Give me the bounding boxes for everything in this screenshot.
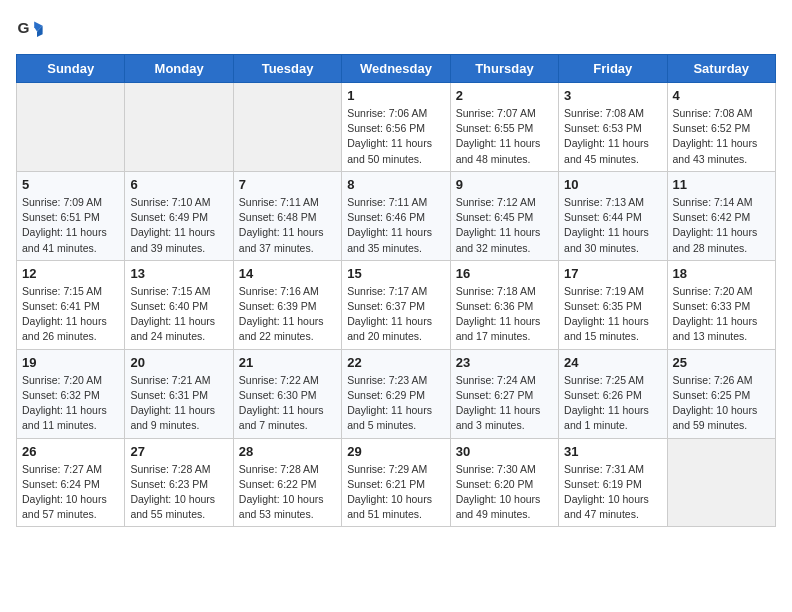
day-info: Sunrise: 7:16 AMSunset: 6:39 PMDaylight:… [239,284,336,345]
day-info: Sunrise: 7:26 AMSunset: 6:25 PMDaylight:… [673,373,770,434]
weekday-header: Sunday [17,55,125,83]
calendar-cell: 15Sunrise: 7:17 AMSunset: 6:37 PMDayligh… [342,260,450,349]
weekday-row: SundayMondayTuesdayWednesdayThursdayFrid… [17,55,776,83]
logo: G [16,16,48,44]
calendar-cell: 30Sunrise: 7:30 AMSunset: 6:20 PMDayligh… [450,438,558,527]
day-number: 23 [456,355,553,370]
calendar-cell: 20Sunrise: 7:21 AMSunset: 6:31 PMDayligh… [125,349,233,438]
calendar-cell [125,83,233,172]
calendar-cell: 5Sunrise: 7:09 AMSunset: 6:51 PMDaylight… [17,171,125,260]
day-number: 18 [673,266,770,281]
weekday-header: Wednesday [342,55,450,83]
day-info: Sunrise: 7:07 AMSunset: 6:55 PMDaylight:… [456,106,553,167]
day-number: 31 [564,444,661,459]
calendar-cell: 29Sunrise: 7:29 AMSunset: 6:21 PMDayligh… [342,438,450,527]
calendar-cell: 18Sunrise: 7:20 AMSunset: 6:33 PMDayligh… [667,260,775,349]
day-info: Sunrise: 7:15 AMSunset: 6:41 PMDaylight:… [22,284,119,345]
weekday-header: Friday [559,55,667,83]
day-number: 8 [347,177,444,192]
calendar-week-row: 1Sunrise: 7:06 AMSunset: 6:56 PMDaylight… [17,83,776,172]
calendar-cell: 17Sunrise: 7:19 AMSunset: 6:35 PMDayligh… [559,260,667,349]
calendar-week-row: 5Sunrise: 7:09 AMSunset: 6:51 PMDaylight… [17,171,776,260]
day-info: Sunrise: 7:15 AMSunset: 6:40 PMDaylight:… [130,284,227,345]
day-number: 3 [564,88,661,103]
day-info: Sunrise: 7:20 AMSunset: 6:32 PMDaylight:… [22,373,119,434]
calendar-cell: 21Sunrise: 7:22 AMSunset: 6:30 PMDayligh… [233,349,341,438]
calendar-cell: 8Sunrise: 7:11 AMSunset: 6:46 PMDaylight… [342,171,450,260]
weekday-header: Thursday [450,55,558,83]
day-info: Sunrise: 7:30 AMSunset: 6:20 PMDaylight:… [456,462,553,523]
calendar-cell [667,438,775,527]
day-number: 30 [456,444,553,459]
day-info: Sunrise: 7:27 AMSunset: 6:24 PMDaylight:… [22,462,119,523]
day-number: 24 [564,355,661,370]
calendar-cell [233,83,341,172]
calendar-cell: 12Sunrise: 7:15 AMSunset: 6:41 PMDayligh… [17,260,125,349]
day-number: 17 [564,266,661,281]
day-info: Sunrise: 7:20 AMSunset: 6:33 PMDaylight:… [673,284,770,345]
calendar-week-row: 12Sunrise: 7:15 AMSunset: 6:41 PMDayligh… [17,260,776,349]
calendar-cell: 28Sunrise: 7:28 AMSunset: 6:22 PMDayligh… [233,438,341,527]
day-info: Sunrise: 7:28 AMSunset: 6:22 PMDaylight:… [239,462,336,523]
calendar-cell: 10Sunrise: 7:13 AMSunset: 6:44 PMDayligh… [559,171,667,260]
day-info: Sunrise: 7:10 AMSunset: 6:49 PMDaylight:… [130,195,227,256]
day-info: Sunrise: 7:18 AMSunset: 6:36 PMDaylight:… [456,284,553,345]
day-number: 14 [239,266,336,281]
weekday-header: Tuesday [233,55,341,83]
day-number: 21 [239,355,336,370]
calendar-cell: 26Sunrise: 7:27 AMSunset: 6:24 PMDayligh… [17,438,125,527]
svg-text:G: G [17,19,29,36]
day-info: Sunrise: 7:31 AMSunset: 6:19 PMDaylight:… [564,462,661,523]
day-info: Sunrise: 7:08 AMSunset: 6:53 PMDaylight:… [564,106,661,167]
day-info: Sunrise: 7:12 AMSunset: 6:45 PMDaylight:… [456,195,553,256]
calendar-table: SundayMondayTuesdayWednesdayThursdayFrid… [16,54,776,527]
day-number: 28 [239,444,336,459]
day-number: 22 [347,355,444,370]
day-info: Sunrise: 7:06 AMSunset: 6:56 PMDaylight:… [347,106,444,167]
day-info: Sunrise: 7:09 AMSunset: 6:51 PMDaylight:… [22,195,119,256]
day-info: Sunrise: 7:23 AMSunset: 6:29 PMDaylight:… [347,373,444,434]
day-number: 6 [130,177,227,192]
calendar-cell: 4Sunrise: 7:08 AMSunset: 6:52 PMDaylight… [667,83,775,172]
day-info: Sunrise: 7:28 AMSunset: 6:23 PMDaylight:… [130,462,227,523]
day-info: Sunrise: 7:08 AMSunset: 6:52 PMDaylight:… [673,106,770,167]
day-info: Sunrise: 7:11 AMSunset: 6:46 PMDaylight:… [347,195,444,256]
calendar-cell: 7Sunrise: 7:11 AMSunset: 6:48 PMDaylight… [233,171,341,260]
calendar-cell: 25Sunrise: 7:26 AMSunset: 6:25 PMDayligh… [667,349,775,438]
day-number: 10 [564,177,661,192]
day-info: Sunrise: 7:19 AMSunset: 6:35 PMDaylight:… [564,284,661,345]
calendar-cell: 24Sunrise: 7:25 AMSunset: 6:26 PMDayligh… [559,349,667,438]
calendar-cell [17,83,125,172]
day-number: 2 [456,88,553,103]
calendar-cell: 13Sunrise: 7:15 AMSunset: 6:40 PMDayligh… [125,260,233,349]
calendar-week-row: 26Sunrise: 7:27 AMSunset: 6:24 PMDayligh… [17,438,776,527]
day-info: Sunrise: 7:11 AMSunset: 6:48 PMDaylight:… [239,195,336,256]
day-number: 25 [673,355,770,370]
calendar-header: SundayMondayTuesdayWednesdayThursdayFrid… [17,55,776,83]
calendar-cell: 2Sunrise: 7:07 AMSunset: 6:55 PMDaylight… [450,83,558,172]
day-info: Sunrise: 7:13 AMSunset: 6:44 PMDaylight:… [564,195,661,256]
day-number: 12 [22,266,119,281]
day-info: Sunrise: 7:14 AMSunset: 6:42 PMDaylight:… [673,195,770,256]
day-number: 19 [22,355,119,370]
day-info: Sunrise: 7:17 AMSunset: 6:37 PMDaylight:… [347,284,444,345]
day-number: 29 [347,444,444,459]
day-number: 4 [673,88,770,103]
calendar-cell: 23Sunrise: 7:24 AMSunset: 6:27 PMDayligh… [450,349,558,438]
day-info: Sunrise: 7:24 AMSunset: 6:27 PMDaylight:… [456,373,553,434]
day-info: Sunrise: 7:21 AMSunset: 6:31 PMDaylight:… [130,373,227,434]
weekday-header: Saturday [667,55,775,83]
calendar-cell: 31Sunrise: 7:31 AMSunset: 6:19 PMDayligh… [559,438,667,527]
calendar-cell: 27Sunrise: 7:28 AMSunset: 6:23 PMDayligh… [125,438,233,527]
day-info: Sunrise: 7:29 AMSunset: 6:21 PMDaylight:… [347,462,444,523]
day-number: 9 [456,177,553,192]
day-number: 7 [239,177,336,192]
calendar-cell: 9Sunrise: 7:12 AMSunset: 6:45 PMDaylight… [450,171,558,260]
day-number: 13 [130,266,227,281]
day-info: Sunrise: 7:25 AMSunset: 6:26 PMDaylight:… [564,373,661,434]
day-number: 16 [456,266,553,281]
calendar-week-row: 19Sunrise: 7:20 AMSunset: 6:32 PMDayligh… [17,349,776,438]
day-info: Sunrise: 7:22 AMSunset: 6:30 PMDaylight:… [239,373,336,434]
calendar-cell: 22Sunrise: 7:23 AMSunset: 6:29 PMDayligh… [342,349,450,438]
calendar-cell: 6Sunrise: 7:10 AMSunset: 6:49 PMDaylight… [125,171,233,260]
